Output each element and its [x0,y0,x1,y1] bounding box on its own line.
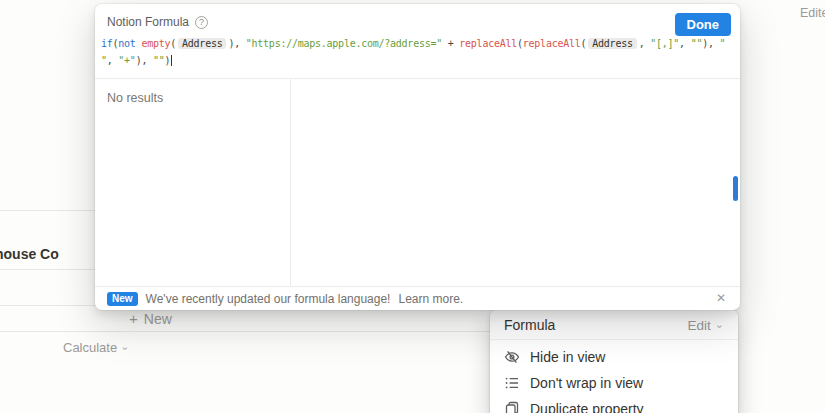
help-icon[interactable]: ? [195,16,208,29]
menu-item-label: Don't wrap in view [530,375,643,391]
new-row-label: New [144,311,172,327]
no-results-text: No results [107,91,278,105]
plus-icon: + [129,310,138,327]
edit-label: Edit [688,318,711,333]
chevron-down-icon: ⌄ [715,319,724,330]
property-menu-title: Formula [504,317,555,333]
menu-item-label: Duplicate property [530,401,644,413]
table-cell-value[interactable]: house Co [0,246,59,262]
property-menu: Formula Edit ⌄ Hide in view [490,310,738,413]
property-menu-header: Formula Edit ⌄ [490,310,738,339]
suggestions-pane: No results [95,79,291,286]
table-new-row-button[interactable]: +New [129,310,172,327]
eye-slash-icon [504,349,520,365]
new-badge: New [107,292,138,306]
formula-editor-modal: Notion Formula ? Done if(not empty(Addre… [95,4,740,310]
update-banner: New We've recently updated our formula l… [95,286,740,310]
learn-more-link[interactable]: Learn more. [398,292,463,306]
done-button[interactable]: Done [675,13,732,36]
edit-property-button[interactable]: Edit ⌄ [688,318,724,333]
duplicate-icon [504,401,520,413]
edited-status-text: Edite [800,6,825,20]
chevron-down-icon: ⌄ [120,341,129,352]
calculate-dropdown[interactable]: Calculate ⌄ [63,340,129,355]
table-bottom-line [0,331,490,332]
modal-title: Notion Formula [107,15,189,29]
menu-item-label: Hide in view [530,349,605,365]
banner-text: We've recently updated our formula langu… [146,292,391,306]
menu-item-duplicate-property[interactable]: Duplicate property [490,396,738,413]
list-icon [504,375,520,391]
scrollbar-thumb[interactable] [733,176,738,201]
menu-item-hide-in-view[interactable]: Hide in view [490,344,738,370]
modal-header: Notion Formula ? Done [95,4,740,30]
menu-divider [490,339,738,340]
close-icon[interactable]: ✕ [716,291,726,305]
menu-item-dont-wrap-in-view[interactable]: Don't wrap in view [490,370,738,396]
preview-pane [291,79,740,286]
calculate-label: Calculate [63,340,117,355]
formula-input[interactable]: if(not empty(Address), "https://maps.app… [95,30,740,79]
modal-body: No results [95,79,740,286]
